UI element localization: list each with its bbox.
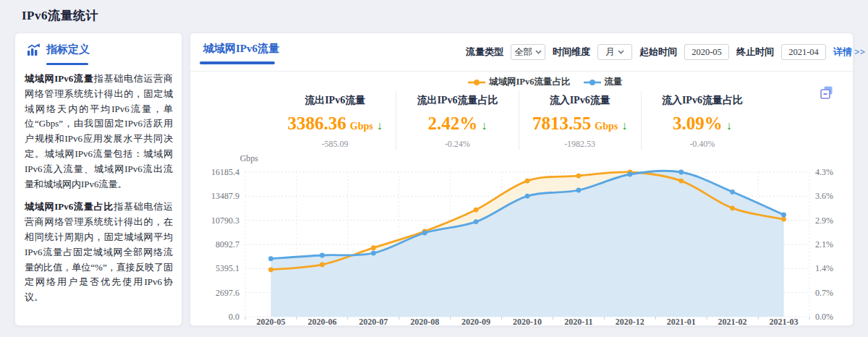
definition-term: 城域网IPv6流量 [25, 73, 94, 84]
series-point-traffic [627, 172, 632, 177]
y2-axis-tick-label: 4.3% [815, 167, 833, 177]
y-axis-name: Gbps [240, 153, 259, 163]
sidebar-title: 指标定义 [46, 43, 90, 56]
y-axis-tick-label: 16185.4 [211, 167, 239, 177]
x-axis-tick-label: 2020-11 [564, 317, 592, 327]
series-point-traffic [781, 213, 786, 218]
series-point-traffic [371, 251, 376, 256]
sidebar-title-underline [46, 63, 88, 65]
series-point-traffic [268, 256, 273, 261]
series-point-ratio [525, 179, 530, 184]
series-point-traffic [525, 194, 530, 199]
definition-paragraphs: 城域网IPv6流量指基础电信运营商网络管理系统统计得出的，固定城域网络天内的平均… [25, 72, 173, 313]
bar-chart-icon [27, 43, 41, 56]
x-axis-tick-label: 2021-01 [667, 317, 696, 327]
series-point-traffic [576, 188, 582, 193]
y-axis-tick-label: 13487.9 [211, 191, 239, 201]
series-point-traffic [474, 219, 479, 224]
y2-axis-tick-label: 0.7% [815, 288, 833, 298]
definition-term: 城域网IPv6流量占比 [25, 201, 114, 212]
x-axis-tick-label: 2021-02 [718, 317, 747, 327]
x-axis-tick-label: 2020-06 [307, 317, 336, 327]
y-axis-tick-label: 10790.3 [211, 216, 239, 226]
x-axis-tick-label: 2021-03 [770, 317, 799, 327]
definition-paragraph: 城域网IPv6流量占比指基础电信运营商网络管理系统统计得出的，在相同统计周期内，… [25, 200, 173, 305]
series-point-traffic [320, 253, 325, 258]
y2-axis-tick-label: 2.9% [815, 216, 833, 226]
series-point-ratio [678, 179, 684, 184]
series-point-ratio [781, 217, 786, 222]
y-axis-tick-label: 8092.7 [216, 239, 239, 249]
series-point-ratio [474, 208, 479, 213]
series-point-traffic [730, 189, 735, 195]
sidebar-header: 指标定义 [27, 43, 90, 56]
x-axis-tick-label: 2020-12 [616, 317, 644, 327]
y2-axis-tick-label: 3.6% [815, 191, 833, 201]
indicator-definition-panel: 指标定义 城域网IPv6流量指基础电信运营商网络管理系统统计得出的，固定城域网络… [14, 33, 182, 326]
y-axis-tick-label: 2697.6 [216, 288, 239, 298]
x-axis-tick-label: 2020-10 [513, 317, 542, 327]
series-point-ratio [371, 245, 376, 250]
y2-axis-tick-label: 1.4% [815, 263, 833, 273]
series-point-ratio [320, 263, 325, 268]
x-axis-tick-label: 2020-07 [359, 317, 388, 327]
series-point-traffic [422, 231, 427, 236]
y-axis-tick-label: 5395.1 [216, 263, 239, 273]
y2-axis-tick-label: 2.1% [815, 239, 833, 249]
metro-ipv6-traffic-panel: 城域网IPv6流量 流量类型 全部 时间维度 月 起始时间 2020-05 终止… [190, 33, 854, 326]
definition-paragraph: 城域网IPv6流量指基础电信运营商网络管理系统统计得出的，固定城域网络天内的平均… [25, 72, 173, 192]
traffic-line-chart[interactable]: Gbps16185.413487.910790.38092.75395.1269… [190, 33, 854, 327]
y2-axis-tick-label: 0.0% [815, 312, 833, 322]
x-axis-tick-label: 2020-09 [461, 317, 490, 327]
series-point-traffic [678, 170, 684, 175]
y-axis-tick-label: 0.0 [229, 312, 239, 322]
x-axis-tick-label: 2020-08 [410, 317, 439, 327]
series-point-ratio [730, 205, 735, 210]
series-point-ratio [576, 174, 582, 179]
page-title: IPv6流量统计 [22, 7, 98, 24]
x-axis-tick-label: 2020-05 [257, 317, 286, 327]
series-point-ratio [268, 268, 273, 273]
